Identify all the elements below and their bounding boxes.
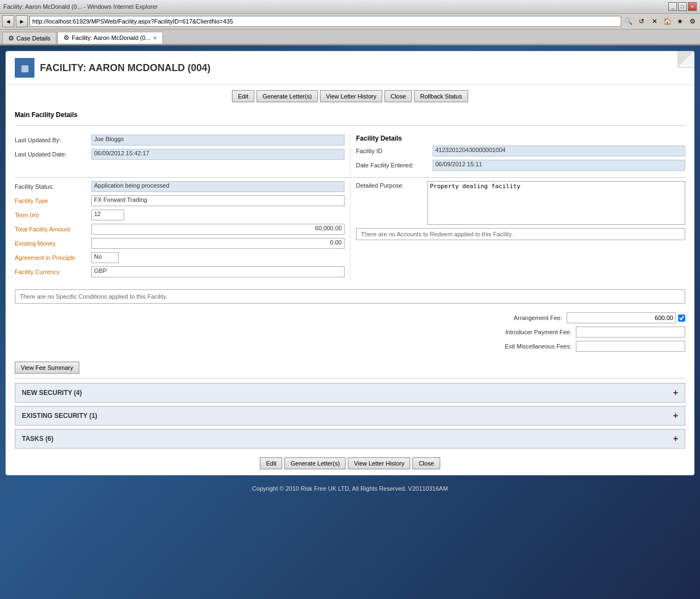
last-updated-date-row: Last Updated Date: 06/09/2012 15:42:17: [15, 149, 345, 160]
top-action-bar: Edit Generate Letter(s) View Letter Hist…: [6, 85, 694, 108]
term-value: 12: [91, 210, 124, 220]
total-facility-amount-value: 60,000.00: [91, 224, 345, 235]
tools-icon[interactable]: ⚙: [687, 16, 698, 27]
tasks-section[interactable]: TASKS (6) +: [15, 429, 685, 449]
exit-misc-fees-label: Exit Miscellaneous Fees:: [484, 343, 571, 350]
existing-security-expand-icon[interactable]: +: [673, 411, 678, 421]
bottom-generate-letters-button[interactable]: Generate Letter(s): [284, 457, 346, 469]
rollback-status-button[interactable]: Rollback Status: [414, 90, 468, 102]
detailed-purpose-textarea[interactable]: [427, 181, 685, 225]
tasks-label: TASKS (6): [22, 435, 54, 443]
agreement-in-principle-label: Agreement in Principle: [15, 254, 91, 261]
introducer-payment-fee-label: Introducer Payment Fee:: [484, 329, 571, 335]
bottom-close-button[interactable]: Close: [412, 457, 440, 469]
last-updated-by-row: Last Updated By: Joe Bloggs: [15, 135, 345, 146]
facility-type-value: FX Forward Trading: [91, 195, 345, 206]
date-facility-entered-value: 06/09/2012 15:11: [433, 160, 685, 171]
stop-icon[interactable]: ✕: [649, 16, 660, 27]
view-letter-history-button[interactable]: View Letter History: [320, 90, 382, 102]
facility-type-label: Facility Type: [15, 197, 91, 204]
redeem-notice: There are no Accounts to Redeem applied …: [356, 228, 685, 240]
facility-type-row: Facility Type FX Forward Trading: [15, 195, 345, 206]
address-bar[interactable]: [30, 16, 621, 27]
refresh-icon[interactable]: ↺: [636, 16, 647, 27]
total-facility-amount-row: Total Facility Amount 60,000.00: [15, 224, 345, 235]
facility-details-title: Facility Details: [356, 135, 685, 142]
arrangement-fee-label: Arrangement Fee:: [475, 315, 562, 321]
view-fee-summary-container: View Fee Summary: [15, 362, 685, 374]
date-facility-entered-row: Date Facility Entered: 06/09/2012 15:11: [356, 160, 685, 171]
last-updated-by-value: Joe Bloggs: [91, 135, 345, 146]
card-fold: [678, 51, 694, 68]
facility-status-value: Application being processed: [91, 181, 345, 192]
maximize-button[interactable]: □: [678, 2, 687, 11]
facility-currency-label: Facility Currency: [15, 269, 91, 275]
facility-icon: ▦: [15, 58, 34, 78]
existing-security-label: EXISTING SECURITY (1): [22, 412, 97, 420]
new-security-header[interactable]: NEW SECURITY (4) +: [15, 383, 685, 402]
close-window-button[interactable]: ×: [688, 2, 697, 11]
footer-text: Copyright © 2010 Risk Free UK LTD, All R…: [252, 485, 448, 492]
arrangement-fee-input[interactable]: [567, 312, 676, 323]
facility-status-row: Facility Status: Application being proce…: [15, 181, 345, 192]
existing-money-value: 0.00: [91, 238, 345, 249]
page-title: FACILITY: AARON MCDONALD (004): [40, 62, 211, 74]
minimize-button[interactable]: _: [668, 2, 677, 11]
detailed-purpose-row: Detailed Purpose: [356, 181, 685, 225]
fees-section: Arrangement Fee: Introducer Payment Fee:…: [6, 308, 694, 359]
bottom-action-bar: Edit Generate Letter(s) View Letter Hist…: [6, 452, 694, 475]
tab-facility-icon: ⚙: [63, 34, 69, 42]
favorites-icon[interactable]: ★: [674, 16, 685, 27]
new-security-label: NEW SECURITY (4): [22, 389, 82, 397]
view-fee-summary-button[interactable]: View Fee Summary: [15, 362, 79, 374]
total-facility-amount-label: Total Facility Amount: [15, 226, 91, 232]
existing-security-section[interactable]: EXISTING SECURITY (1) +: [15, 406, 685, 426]
agreement-in-principle-value: No: [91, 252, 119, 263]
exit-misc-fees-input[interactable]: [576, 341, 685, 352]
existing-money-label: Existing Money: [15, 240, 91, 247]
tab-close-icon[interactable]: ✕: [153, 35, 157, 41]
new-security-section[interactable]: NEW SECURITY (4) +: [15, 383, 685, 403]
tab-case-details-icon: ⚙: [8, 34, 14, 42]
close-button[interactable]: Close: [384, 90, 412, 102]
introducer-payment-fee-input[interactable]: [576, 327, 685, 338]
search-icon[interactable]: 🔍: [623, 16, 634, 27]
facility-status-label: Facility Status:: [15, 183, 91, 190]
main-facility-details-title: Main Facility Details: [6, 108, 694, 121]
date-facility-entered-label: Date Facility Entered:: [356, 162, 433, 168]
edit-button[interactable]: Edit: [232, 90, 254, 102]
footer: Copyright © 2010 Risk Free UK LTD, All R…: [0, 481, 700, 496]
conditions-notice: There are no Specific Conditions applied…: [15, 289, 685, 304]
existing-security-header[interactable]: EXISTING SECURITY (1) +: [15, 406, 685, 425]
facility-id-label: Facility ID: [356, 148, 433, 154]
arrangement-fee-checkbox[interactable]: [678, 315, 685, 322]
tab-facility[interactable]: ⚙ Facility: Aaron McDonald (0... ✕: [57, 32, 163, 44]
last-updated-date-value: 06/09/2012 15:42:17: [91, 149, 345, 160]
forward-button[interactable]: ►: [16, 15, 28, 27]
last-updated-date-label: Last Updated Date:: [15, 151, 91, 158]
facility-currency-row: Facility Currency GBP: [15, 266, 345, 277]
agreement-in-principle-row: Agreement in Principle No: [15, 252, 345, 263]
bottom-edit-button[interactable]: Edit: [260, 457, 282, 469]
home-icon[interactable]: 🏠: [662, 16, 673, 27]
tasks-expand-icon[interactable]: +: [673, 434, 678, 444]
existing-money-row: Existing Money 0.00: [15, 238, 345, 249]
new-security-expand-icon[interactable]: +: [673, 388, 678, 398]
term-row: Term (m) 12: [15, 210, 345, 220]
term-label: Term (m): [15, 212, 91, 218]
facility-id-row: Facility ID 412320120430000001004: [356, 146, 685, 156]
tasks-header[interactable]: TASKS (6) +: [15, 429, 685, 448]
exit-misc-fees-row: Exit Miscellaneous Fees:: [15, 341, 685, 352]
facility-header: ▦ FACILITY: AARON MCDONALD (004): [6, 51, 694, 85]
bottom-view-letter-history-button[interactable]: View Letter History: [348, 457, 410, 469]
back-button[interactable]: ◄: [2, 15, 14, 27]
facility-id-value: 412320120430000001004: [433, 146, 685, 156]
facility-currency-value: GBP: [91, 266, 345, 277]
last-updated-by-label: Last Updated By:: [15, 137, 91, 143]
introducer-payment-fee-row: Introducer Payment Fee:: [15, 327, 685, 338]
detailed-purpose-label: Detailed Purpose: [356, 181, 427, 189]
arrangement-fee-row: Arrangement Fee:: [15, 312, 685, 323]
tab-case-details[interactable]: ⚙ Case Details: [2, 32, 56, 44]
generate-letters-button[interactable]: Generate Letter(s): [256, 90, 318, 102]
